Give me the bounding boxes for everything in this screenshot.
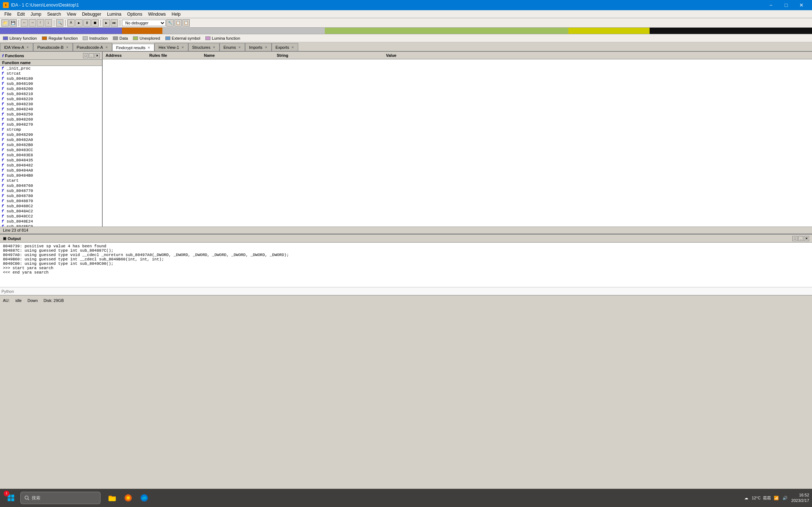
tab-findcryptresults[interactable]: Findcrypt results✕ [112,44,155,52]
menu-item-help[interactable]: Help [169,11,184,17]
function-item-26[interactable]: fsub_8048870 [0,199,102,204]
function-item-27[interactable]: fsub_80488C2 [0,204,102,209]
function-item-16[interactable]: fsub_80483CC [0,148,102,153]
tab-idaview-a[interactable]: IDA View-A✕ [0,43,33,51]
tab-close-8[interactable]: ✕ [291,46,294,49]
toolbar-btn-11[interactable]: ⏹ [91,19,99,27]
toolbar-btn-13[interactable]: ⏭ [111,19,118,27]
menu-item-file[interactable]: File [1,11,14,17]
minimize-button[interactable]: − [763,0,779,10]
tab-structures[interactable]: Structures✕ [188,43,220,51]
function-item-18[interactable]: fsub_8048435 [0,158,102,163]
menu-item-options[interactable]: Options [124,11,145,17]
function-item-31[interactable]: fsub_8048FC0 [0,224,102,227]
function-item-17[interactable]: fsub_80483E8 [0,153,102,158]
close-button[interactable]: ✕ [794,0,809,10]
taskbar-filemanager[interactable] [105,491,119,505]
menu-item-lumina[interactable]: Lumina [104,11,124,17]
menu-item-jump[interactable]: Jump [28,11,44,17]
functions-list[interactable]: f_init_procfstrcatfsub_8048180fsub_80481… [0,66,102,227]
tab-pseudocode-a[interactable]: Pseudocode-A✕ [73,43,112,51]
tab-enums[interactable]: Enums✕ [220,43,245,51]
legend-color-5 [165,36,170,40]
menu-item-edit[interactable]: Edit [14,11,28,17]
function-item-24[interactable]: fsub_8048770 [0,188,102,193]
tab-close-3[interactable]: ✕ [147,46,150,50]
tab-close-4[interactable]: ✕ [181,46,184,49]
function-item-3[interactable]: fsub_8048190 [0,81,102,86]
tab-imports[interactable]: Imports✕ [245,43,272,51]
function-item-0[interactable]: f_init_proc [0,66,102,71]
tab-close-6[interactable]: ✕ [238,46,241,49]
function-item-25[interactable]: fsub_8048780 [0,193,102,199]
tab-close-2[interactable]: ✕ [105,46,108,49]
debugger-select[interactable]: No debugger [122,20,166,26]
tab-exports[interactable]: Exports✕ [272,43,298,51]
tab-close-1[interactable]: ✕ [66,46,69,49]
tab-close-7[interactable]: ✕ [265,46,268,49]
function-item-14[interactable]: fsub_80482A0 [0,137,102,142]
menu-item-view[interactable]: View [64,11,79,17]
toolbar-btn-6[interactable]: ↓ [45,19,52,27]
panel-float-btn[interactable]: □ [83,53,88,58]
function-item-4[interactable]: fsub_8048200 [0,86,102,91]
toolbar-btn-1[interactable]: 📁 [1,19,9,27]
function-item-10[interactable]: fsub_8048260 [0,117,102,122]
network-icon[interactable]: 📶 [773,495,780,501]
function-item-6[interactable]: fsub_8048220 [0,97,102,102]
toolbar-btn-8[interactable]: A [67,19,75,27]
toolbar-btn-10[interactable]: ⏸ [83,19,91,27]
menu-item-debugger[interactable]: Debugger [79,11,104,17]
output-min-btn[interactable]: _ [798,236,803,241]
output-line-1: 804887C: using guessed type int sub_8048… [3,248,809,253]
menu-item-windows[interactable]: Windows [145,11,169,17]
output-panel: ▣ Output □ _ ✕ 8048739: positive sp valu… [0,234,812,295]
function-item-11[interactable]: fsub_8048270 [0,122,102,127]
function-item-21[interactable]: fsub_80484B0 [0,173,102,178]
panel-close-btn[interactable]: ✕ [95,53,100,58]
app-title: IDA - 1 C:\Users\Lenovo\Desktop\1 [11,3,763,8]
output-float-btn[interactable]: □ [792,236,797,241]
function-item-30[interactable]: fsub_8048E24 [0,219,102,224]
tab-pseudocode-b[interactable]: Pseudocode-B✕ [33,43,72,51]
tab-close-5[interactable]: ✕ [213,46,216,49]
function-item-13[interactable]: fsub_8048290 [0,132,102,137]
function-item-15[interactable]: fsub_80482B0 [0,142,102,148]
function-item-2[interactable]: fsub_8048180 [0,76,102,81]
function-item-22[interactable]: fstart [0,178,102,183]
output-close-btn[interactable]: ✕ [804,236,809,241]
taskbar-browser1[interactable] [121,491,135,505]
taskbar-search[interactable]: 搜索 [20,492,100,504]
function-item-20[interactable]: fsub_80484A0 [0,168,102,173]
function-item-5[interactable]: fsub_8048210 [0,91,102,97]
function-item-7[interactable]: fsub_8048230 [0,102,102,107]
function-item-9[interactable]: fsub_8048250 [0,112,102,117]
toolbar-btn-15[interactable]: 📋 [174,19,182,27]
function-item-29[interactable]: fsub_8048CC2 [0,214,102,219]
function-item-1[interactable]: fstrcat [0,71,102,76]
toolbar-btn-3[interactable]: ← [21,19,28,27]
output-icon: ▣ [3,236,6,240]
function-item-28[interactable]: fsub_8048AC2 [0,209,102,214]
function-item-23[interactable]: fsub_8048760 [0,183,102,188]
toolbar-btn-7[interactable]: 🔍 [56,19,63,27]
nav-seg-1 [0,28,122,34]
menu-item-search[interactable]: Search [44,11,64,17]
toolbar-btn-2[interactable]: 💾 [9,19,17,27]
volume-icon[interactable]: 🔊 [782,495,788,501]
panel-min-btn[interactable]: _ [89,53,94,58]
maximize-button[interactable]: □ [779,0,794,10]
taskbar-edge[interactable] [137,491,151,505]
toolbar-btn-5[interactable]: ↑ [37,19,44,27]
function-item-8[interactable]: fsub_8048240 [0,107,102,112]
toolbar-btn-4[interactable]: → [29,19,36,27]
toolbar-btn-12[interactable]: ▶ [103,19,110,27]
function-item-19[interactable]: fsub_8048482 [0,163,102,168]
python-field[interactable] [15,289,811,294]
tab-close-0[interactable]: ✕ [26,46,29,49]
tab-hexview-1[interactable]: Hex View-1✕ [154,43,188,51]
toolbar-btn-16[interactable]: 📋 [182,19,190,27]
toolbar-btn-9[interactable]: ▶ [75,19,83,27]
toolbar-btn-14[interactable]: 🔧 [166,19,174,27]
function-item-12[interactable]: fstrcmp [0,127,102,132]
